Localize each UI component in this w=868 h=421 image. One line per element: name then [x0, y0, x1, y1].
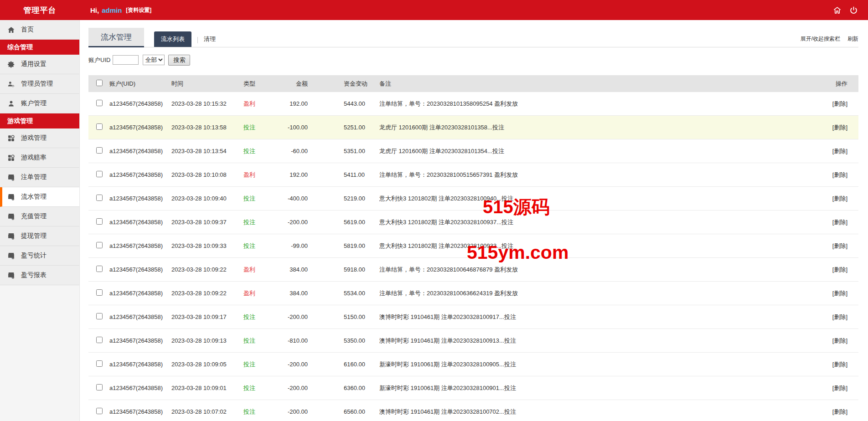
row-remark: 龙虎厅 1201600期 注单20230328101358...投注: [379, 123, 817, 132]
uid-label: 账户UID: [88, 56, 110, 64]
row-amount: 192.00: [280, 171, 311, 178]
col-operation: 操作: [817, 80, 858, 88]
report-icon: o: [7, 174, 15, 181]
row-checkbox[interactable]: [96, 289, 103, 296]
sidebar-item-13[interactable]: o 盈亏报表: [0, 266, 79, 285]
delete-link[interactable]: [删除]: [832, 408, 847, 415]
table-header: 账户(UID) 时间 类型 金额 资金变动 备注 操作: [88, 75, 858, 92]
power-icon[interactable]: [849, 6, 858, 15]
search-button[interactable]: 搜索: [168, 55, 190, 66]
row-account: a1234567(2643858): [109, 148, 171, 154]
row-remark: 意大利快3 1201802期 注单20230328100937...投注: [379, 218, 817, 226]
col-remark: 备注: [379, 80, 817, 88]
delete-link[interactable]: [删除]: [832, 385, 847, 391]
row-checkbox[interactable]: [96, 242, 103, 248]
grid-icon: [7, 134, 15, 142]
delete-link[interactable]: [删除]: [832, 337, 847, 344]
page-title: 流水管理: [88, 28, 144, 47]
delete-link[interactable]: [删除]: [832, 361, 847, 368]
row-time: 2023-03-28 10:13:58: [171, 124, 243, 131]
table-row: a1234567(2643858) 2023-03-28 10:09:13 投注…: [88, 329, 858, 353]
sidebar-item-label: 账户管理: [21, 99, 46, 108]
sidebar-item-0[interactable]: 首页: [0, 20, 79, 40]
sidebar-item-3[interactable]: 管理员管理: [0, 74, 79, 94]
row-amount: -200.00: [280, 408, 311, 415]
row-checkbox[interactable]: [96, 360, 103, 367]
row-time: 2023-03-28 10:07:02: [171, 408, 243, 415]
toggle-search-link[interactable]: 展开/收起搜索栏: [801, 35, 840, 43]
sidebar-item-10[interactable]: o 充值管理: [0, 207, 79, 226]
row-checkbox[interactable]: [96, 218, 103, 225]
row-checkbox[interactable]: [96, 123, 103, 130]
content-area: 流水管理 流水列表 清理 展开/收起搜索栏 刷新 账户UID 全部 搜索 账户(…: [80, 20, 868, 421]
delete-link[interactable]: [删除]: [832, 266, 847, 273]
table-row: a1234567(2643858) 2023-03-28 10:09:40 投注…: [88, 187, 858, 210]
row-amount: 192.00: [280, 100, 311, 107]
home-icon[interactable]: [833, 6, 842, 15]
row-type: 投注: [243, 242, 280, 250]
sidebar-item-8[interactable]: o 注单管理: [0, 168, 79, 187]
row-account: a1234567(2643858): [109, 219, 171, 226]
row-account: a1234567(2643858): [109, 266, 171, 273]
row-remark: 龙虎厅 1201600期 注单20230328101354...投注: [379, 147, 817, 155]
sidebar-item-11[interactable]: o 提现管理: [0, 226, 79, 246]
table-row: a1234567(2643858) 2023-03-28 10:07:02 投注…: [88, 400, 858, 421]
row-change: 6160.00: [311, 361, 379, 368]
sidebar-item-9[interactable]: o 流水管理: [0, 187, 79, 207]
row-checkbox[interactable]: [96, 313, 103, 319]
delete-link[interactable]: [删除]: [832, 219, 847, 226]
refresh-link[interactable]: 刷新: [847, 35, 858, 43]
sidebar-item-4[interactable]: 账户管理: [0, 94, 79, 113]
row-checkbox[interactable]: [96, 171, 103, 177]
delete-link[interactable]: [删除]: [832, 195, 847, 202]
tabs-row: 流水管理 流水列表 清理 展开/收起搜索栏 刷新: [88, 28, 858, 47]
type-select[interactable]: 全部: [143, 55, 165, 65]
row-account: a1234567(2643858): [109, 313, 171, 320]
sidebar-item-12[interactable]: o 盈亏统计: [0, 246, 79, 266]
sidebar-item-label: 注单管理: [21, 173, 46, 181]
sidebar-item-7[interactable]: 游戏赔率: [0, 148, 79, 168]
col-time: 时间: [171, 80, 243, 88]
row-checkbox[interactable]: [96, 408, 103, 414]
row-checkbox[interactable]: [96, 100, 103, 106]
row-checkbox[interactable]: [96, 384, 103, 390]
row-checkbox[interactable]: [96, 337, 103, 343]
row-time: 2023-03-28 10:09:13: [171, 337, 243, 344]
uid-input[interactable]: [113, 55, 139, 65]
tab-clean[interactable]: 清理: [198, 31, 216, 47]
sidebar-item-2[interactable]: 通用设置: [0, 55, 79, 74]
delete-link[interactable]: [删除]: [832, 124, 847, 131]
row-checkbox[interactable]: [96, 266, 103, 272]
table-row: a1234567(2643858) 2023-03-28 10:10:08 盈利…: [88, 163, 858, 187]
header-icons: [833, 6, 858, 15]
delete-link[interactable]: [删除]: [832, 100, 847, 107]
row-amount: 384.00: [280, 266, 311, 273]
table-row: a1234567(2643858) 2023-03-28 10:09:37 投注…: [88, 210, 858, 234]
row-change: 5350.00: [311, 337, 379, 344]
delete-link[interactable]: [删除]: [832, 313, 847, 320]
col-change: 资金变动: [311, 80, 379, 88]
row-type: 投注: [243, 360, 280, 369]
profile-settings-link[interactable]: [资料设置]: [126, 6, 151, 14]
tab-flow-list[interactable]: 流水列表: [154, 31, 191, 47]
row-type: 盈利: [243, 171, 280, 179]
row-remark: 注单结算，单号：20230328100646876879 盈利发放: [379, 266, 817, 274]
row-account: a1234567(2643858): [109, 171, 171, 178]
delete-link[interactable]: [删除]: [832, 290, 847, 297]
table-row: a1234567(2643858) 2023-03-28 10:09:22 盈利…: [88, 282, 858, 305]
delete-link[interactable]: [删除]: [832, 148, 847, 154]
delete-link[interactable]: [删除]: [832, 171, 847, 178]
select-all-checkbox[interactable]: [96, 80, 103, 86]
row-checkbox[interactable]: [96, 147, 103, 154]
delete-link[interactable]: [删除]: [832, 242, 847, 249]
greeting-prefix: Hi,: [90, 6, 99, 14]
col-amount: 金额: [280, 80, 311, 88]
user-icon: [7, 100, 15, 108]
sidebar-item-6[interactable]: 游戏管理: [0, 128, 79, 148]
row-time: 2023-03-28 10:09:22: [171, 266, 243, 273]
row-type: 投注: [243, 147, 280, 155]
row-checkbox[interactable]: [96, 195, 103, 201]
sidebar-item-label: 盈亏统计: [21, 252, 46, 260]
table-row: a1234567(2643858) 2023-03-28 10:09:22 盈利…: [88, 258, 858, 282]
row-change: 5411.00: [311, 171, 379, 178]
